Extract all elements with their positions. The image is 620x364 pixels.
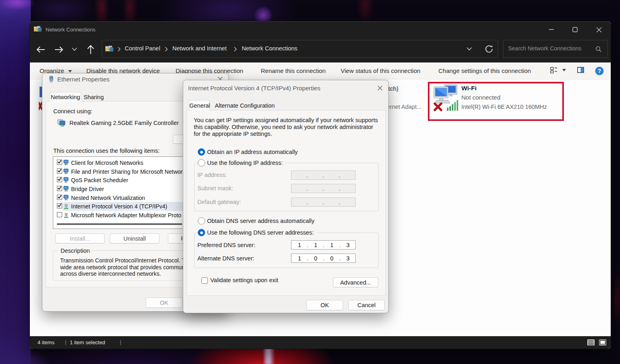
svg-text:?: ?	[598, 68, 601, 74]
